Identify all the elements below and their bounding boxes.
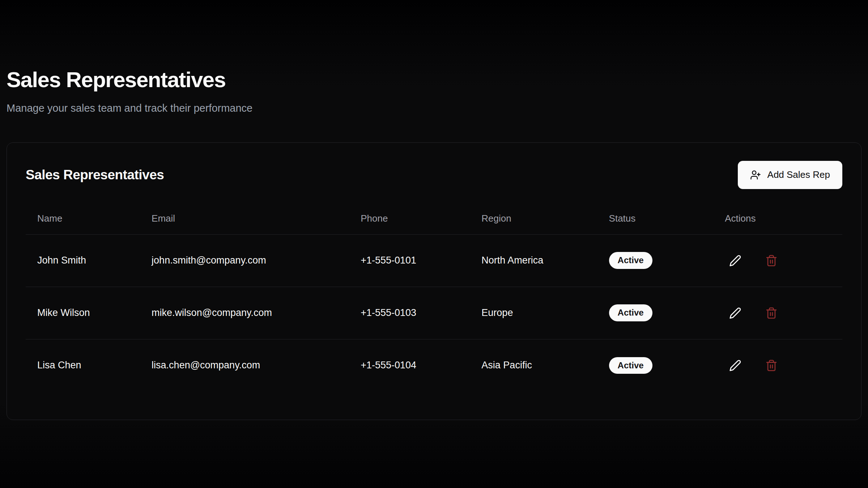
pencil-icon [729,359,741,372]
table-row: John Smith john.smith@company.com +1-555… [26,234,842,287]
trash-icon [765,254,778,267]
cell-name: John Smith [26,234,140,287]
sales-reps-table: Name Email Phone Region Status Actions J… [26,203,842,392]
cell-status: Active [597,339,714,391]
pencil-icon [729,254,741,267]
cell-phone: +1-555-0103 [349,287,470,339]
status-badge: Active [609,304,652,321]
user-plus-icon [750,170,761,180]
card-title: Sales Representatives [26,167,164,183]
cell-name: Mike Wilson [26,287,140,339]
cell-actions [713,339,842,391]
cell-name: Lisa Chen [26,339,140,391]
page-subtitle: Manage your sales team and track their p… [7,101,861,116]
page: Sales Representatives Manage your sales … [0,0,868,420]
trash-icon [765,359,778,372]
cell-status: Active [597,287,714,339]
column-header-name: Name [26,203,140,235]
column-header-status: Status [597,203,714,235]
cell-region: North America [470,234,597,287]
column-header-email: Email [140,203,349,235]
edit-button[interactable] [725,303,746,324]
cell-phone: +1-555-0104 [349,339,470,391]
table-row: Lisa Chen lisa.chen@company.com +1-555-0… [26,339,842,391]
status-badge: Active [609,252,652,269]
trash-icon [765,307,778,319]
cell-email: john.smith@company.com [140,234,349,287]
table-header-row: Name Email Phone Region Status Actions [26,203,842,235]
cell-actions [713,234,842,287]
pencil-icon [729,307,741,319]
status-badge: Active [609,357,652,374]
add-sales-rep-button-label: Add Sales Rep [767,169,830,180]
edit-button[interactable] [725,250,746,271]
edit-button[interactable] [725,355,746,376]
delete-button[interactable] [761,355,782,376]
cell-email: lisa.chen@company.com [140,339,349,391]
column-header-phone: Phone [349,203,470,235]
column-header-region: Region [470,203,597,235]
add-sales-rep-button[interactable]: Add Sales Rep [738,161,842,189]
page-title: Sales Representatives [7,67,861,92]
column-header-actions: Actions [713,203,842,235]
table-row: Mike Wilson mike.wilson@company.com +1-5… [26,287,842,339]
cell-actions [713,287,842,339]
cell-status: Active [597,234,714,287]
cell-region: Asia Pacific [470,339,597,391]
cell-phone: +1-555-0101 [349,234,470,287]
sales-reps-card: Sales Representatives Add Sales Rep [7,142,861,420]
cell-region: Europe [470,287,597,339]
delete-button[interactable] [761,303,782,324]
cell-email: mike.wilson@company.com [140,287,349,339]
card-header: Sales Representatives Add Sales Rep [26,161,842,189]
delete-button[interactable] [761,250,782,271]
